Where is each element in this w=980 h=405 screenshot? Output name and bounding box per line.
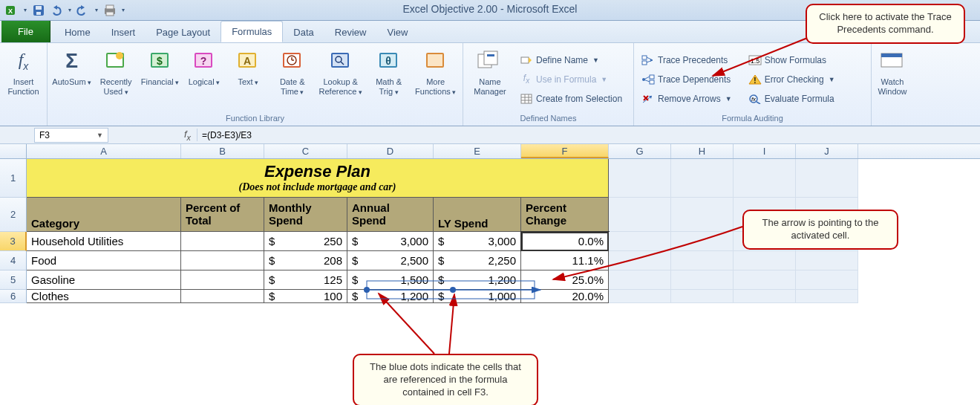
tab-data[interactable]: Data xyxy=(283,22,324,42)
cell-A5[interactable]: Gasoline xyxy=(27,270,181,290)
logical-button[interactable]: ?Logical xyxy=(184,46,223,112)
cell-F4[interactable]: 11.1% xyxy=(521,251,609,270)
svg-point-10 xyxy=(116,52,123,59)
remove-arrows-icon xyxy=(641,92,655,106)
hdr-annual[interactable]: AnnualSpend xyxy=(347,198,434,232)
tab-insert[interactable]: Insert xyxy=(101,22,146,42)
error-checking-icon: ! xyxy=(748,73,762,86)
more-functions-button[interactable]: More Functions xyxy=(413,46,458,112)
tab-formulas[interactable]: Formulas xyxy=(220,21,283,42)
title-cell[interactable]: Expense Plan (Does not include mortgage … xyxy=(27,159,609,198)
col-D[interactable]: D xyxy=(347,144,434,158)
svg-rect-63 xyxy=(881,54,902,57)
date-time-button[interactable]: Date & Time xyxy=(272,46,312,112)
row-6[interactable]: 6 xyxy=(0,290,27,303)
row-3[interactable]: 3 xyxy=(0,232,27,251)
cell-E3[interactable]: $3,000 xyxy=(434,232,521,251)
remove-arrows-button[interactable]: Remove Arrows▼ xyxy=(638,91,735,107)
col-J[interactable]: J xyxy=(796,144,858,158)
cell-A4[interactable]: Food xyxy=(27,251,181,270)
cell-B6[interactable] xyxy=(181,290,264,303)
tab-home[interactable]: Home xyxy=(54,22,101,42)
hdr-percent-total[interactable]: Percent ofTotal xyxy=(181,198,264,232)
cell-B5[interactable] xyxy=(181,270,264,290)
col-B[interactable]: B xyxy=(181,144,264,158)
hdr-ly[interactable]: LY Spend xyxy=(434,198,521,232)
define-name-button[interactable]: Define Name▼ xyxy=(517,52,625,68)
cell-E6[interactable]: $1,000 xyxy=(434,290,521,303)
fx-label[interactable]: fx xyxy=(178,129,197,142)
autosum-button[interactable]: ΣAutoSum xyxy=(52,46,91,112)
select-all-corner[interactable] xyxy=(0,144,27,158)
row-5[interactable]: 5 xyxy=(0,270,27,290)
col-E[interactable]: E xyxy=(434,144,521,158)
col-C[interactable]: C xyxy=(264,144,347,158)
svg-point-51 xyxy=(642,78,645,81)
name-manager-button[interactable]: Name Manager xyxy=(468,46,512,112)
cell-D6[interactable]: $1,200 xyxy=(347,290,434,303)
svg-text:fx: fx xyxy=(751,96,757,103)
create-from-selection-button[interactable]: Create from Selection xyxy=(517,91,625,107)
col-H[interactable]: H xyxy=(671,144,734,158)
svg-rect-36 xyxy=(487,54,494,56)
fx-small-icon: fx xyxy=(520,73,533,86)
insert-function-button[interactable]: fx Insert Function xyxy=(4,46,42,112)
use-in-formula-button[interactable]: fxUse in Formula▼ xyxy=(517,71,625,88)
cell-F6[interactable]: 20.0% xyxy=(521,290,609,303)
trace-precedents-button[interactable]: Trace Precedents xyxy=(638,52,735,68)
cell-C6[interactable]: $100 xyxy=(264,290,347,303)
book-green-icon xyxy=(102,48,129,74)
lookup-button[interactable]: Lookup & Reference xyxy=(316,46,364,112)
hdr-pct-change[interactable]: PercentChange xyxy=(521,198,609,232)
recently-used-button[interactable]: Recently Used xyxy=(96,46,135,112)
math-trig-button[interactable]: θMath & Trig xyxy=(369,46,408,112)
hdr-monthly[interactable]: MonthlySpend xyxy=(264,198,347,232)
name-manager-icon xyxy=(477,48,503,74)
row-1[interactable]: 1 xyxy=(0,159,27,198)
evaluate-formula-button[interactable]: fxEvaluate Formula xyxy=(745,91,838,107)
error-checking-button[interactable]: !Error Checking▼ xyxy=(745,71,838,88)
cell-F5[interactable]: 25.0% xyxy=(521,270,609,290)
text-button[interactable]: AText xyxy=(229,46,268,112)
formula-input[interactable] xyxy=(197,128,980,143)
trace-precedents-icon xyxy=(641,54,655,67)
svg-text:1.5: 1.5 xyxy=(750,57,760,65)
cell-A6[interactable]: Clothes xyxy=(27,290,181,303)
col-I[interactable]: I xyxy=(734,144,796,158)
cell-B3[interactable] xyxy=(181,232,264,251)
col-F[interactable]: F xyxy=(521,144,609,158)
cell-C3[interactable]: $250 xyxy=(264,232,347,251)
row-2[interactable]: 2 xyxy=(0,198,27,232)
callout-activated-cell: The arrow is pointing to the activated c… xyxy=(742,210,898,250)
show-formulas-button[interactable]: 1.5Show Formulas xyxy=(745,52,838,68)
book-dollar-icon: $ xyxy=(147,48,174,74)
function-library-label: Function Library xyxy=(52,112,458,124)
svg-text:?: ? xyxy=(200,55,207,67)
tab-review[interactable]: Review xyxy=(324,22,377,42)
cell-B4[interactable] xyxy=(181,251,264,270)
col-G[interactable]: G xyxy=(609,144,671,158)
cell-D4[interactable]: $2,500 xyxy=(347,251,434,270)
name-box[interactable]: F3▼ xyxy=(34,128,108,143)
cell-E5[interactable]: $1,200 xyxy=(434,270,521,290)
svg-rect-47 xyxy=(650,75,654,79)
cell-E4[interactable]: $2,250 xyxy=(434,251,521,270)
tab-file[interactable]: File xyxy=(1,21,50,42)
col-A[interactable]: A xyxy=(27,144,181,158)
cell-D5[interactable]: $1,500 xyxy=(347,270,434,290)
defined-names-label: Defined Names xyxy=(468,112,629,124)
trace-dependents-button[interactable]: Trace Dependents xyxy=(638,71,735,88)
watch-window-button[interactable]: Watch Window xyxy=(876,46,909,112)
cell-C5[interactable]: $125 xyxy=(264,270,347,290)
tab-page-layout[interactable]: Page Layout xyxy=(146,22,220,42)
cell-C4[interactable]: $208 xyxy=(264,251,347,270)
tab-view[interactable]: View xyxy=(376,22,418,42)
cell-D3[interactable]: $3,000 xyxy=(347,232,434,251)
financial-button[interactable]: $Financial xyxy=(140,46,180,112)
fx-icon: fx xyxy=(10,48,37,74)
hdr-category[interactable]: Category xyxy=(27,198,181,232)
row-4[interactable]: 4 xyxy=(0,251,27,270)
cell-A3[interactable]: Household Utilities xyxy=(27,232,181,251)
cell-F3[interactable]: 0.0% xyxy=(521,232,609,251)
svg-rect-37 xyxy=(521,57,529,63)
